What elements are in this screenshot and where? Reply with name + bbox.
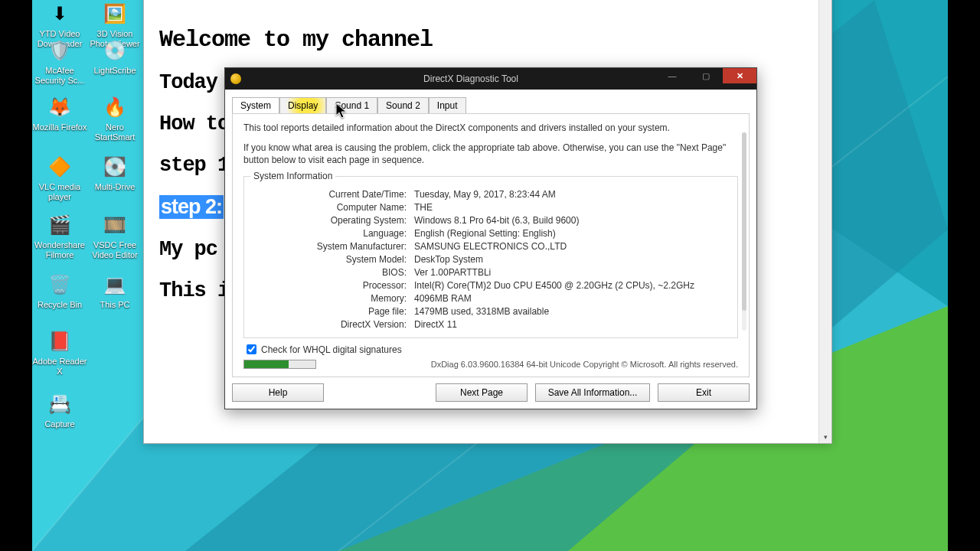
desktop-icon[interactable]: 💽Multi-Drive: [87, 153, 142, 192]
sysinfo-value: Windows 8.1 Pro 64-bit (6.3, Build 9600): [414, 215, 728, 226]
tab-sound1[interactable]: Sound 1: [326, 97, 377, 114]
sysinfo-value: 4096MB RAM: [414, 293, 728, 304]
progress-bar: [243, 360, 316, 369]
notepad-scrollbar[interactable]: ▾: [818, 0, 831, 443]
sysinfo-key: System Model:: [253, 254, 407, 265]
whql-checkbox[interactable]: [247, 344, 256, 354]
sysinfo-key: Memory:: [253, 293, 407, 304]
tab-strip: System Display Sound 1 Sound 2 Input: [232, 96, 750, 114]
save-all-button[interactable]: Save All Information...: [535, 383, 650, 402]
sysinfo-value: DeskTop System: [414, 254, 728, 265]
sysinfo-value: SAMSUNG ELECTRONICS CO.,LTD: [414, 241, 728, 252]
tab-input[interactable]: Input: [429, 97, 466, 114]
desktop-icon[interactable]: 🎞️VSDC Free Video Editor: [87, 211, 142, 259]
desktop-icon[interactable]: 💻This PC: [87, 271, 142, 310]
next-page-button[interactable]: Next Page: [436, 383, 528, 402]
desktop-icon[interactable]: 📕Adobe Reader X: [32, 328, 87, 376]
notepad-line: Welcome to my channel: [159, 27, 810, 53]
copyright-text: DxDiag 6.03.9600.16384 64-bit Unicode Co…: [431, 360, 738, 369]
sysinfo-value: Intel(R) Core(TM)2 Duo CPU E4500 @ 2.20G…: [414, 280, 728, 291]
sysinfo-value: Tuesday, May 9, 2017, 8:23:44 AM: [414, 189, 728, 200]
sysinfo-key: DirectX Version:: [253, 319, 407, 330]
whql-checkbox-row[interactable]: Check for WHQL digital signatures: [247, 344, 738, 355]
maximize-button[interactable]: ▢: [689, 68, 723, 83]
panel-scrollbar[interactable]: [742, 132, 746, 331]
sysinfo-key: BIOS:: [253, 267, 407, 278]
app-icon: [225, 73, 247, 84]
desktop-icon[interactable]: 🔥Nero StartSmart: [87, 93, 142, 142]
desktop-icon[interactable]: 🗑️Recycle Bin: [32, 271, 87, 310]
tab-sound2[interactable]: Sound 2: [377, 97, 429, 114]
tab-panel: This tool reports detailed information a…: [232, 113, 750, 377]
sysinfo-key: Current Date/Time:: [253, 189, 407, 200]
sysinfo-value: Ver 1.00PARTTBLi: [414, 267, 728, 278]
desktop-icon[interactable]: 🎬Wondershare Filmore: [32, 211, 87, 259]
whql-label: Check for WHQL digital signatures: [261, 344, 402, 355]
sysinfo-value: English (Regional Setting: English): [414, 228, 728, 239]
dxdiag-window[interactable]: DirectX Diagnostic Tool — ▢ ✕ System Dis…: [224, 67, 757, 409]
sysinfo-key: Operating System:: [253, 215, 407, 226]
intro-text: If you know what area is causing the pro…: [243, 142, 738, 166]
minimize-button[interactable]: —: [655, 68, 689, 83]
sysinfo-key: System Manufacturer:: [253, 241, 407, 252]
tab-system[interactable]: System: [232, 97, 279, 114]
desktop-icon[interactable]: 🦊Mozilla Firefox: [32, 93, 87, 132]
desktop-icon[interactable]: 🔶VLC media player: [32, 153, 87, 201]
dialog-footer: Help Next Page Save All Information... E…: [232, 383, 750, 402]
sysinfo-key: Processor:: [253, 280, 407, 291]
desktop-icon[interactable]: 📇Capture: [32, 390, 87, 429]
help-button[interactable]: Help: [232, 383, 324, 402]
titlebar[interactable]: DirectX Diagnostic Tool — ▢ ✕: [225, 68, 756, 90]
sysinfo-value: 1479MB used, 3318MB available: [414, 306, 728, 317]
desktop-icon[interactable]: 🛡️McAfee Security Sc...: [32, 37, 87, 85]
tab-display[interactable]: Display: [279, 97, 326, 114]
sysinfo-key: Computer Name:: [253, 202, 407, 213]
group-legend: System Information: [250, 171, 335, 181]
intro-text: This tool reports detailed information a…: [243, 122, 738, 134]
system-info-group: System Information Current Date/Time:Tue…: [243, 176, 738, 338]
exit-button[interactable]: Exit: [658, 383, 750, 402]
sysinfo-value: DirectX 11: [414, 319, 728, 330]
sysinfo-key: Page file:: [253, 306, 407, 317]
scroll-down-icon[interactable]: ▾: [819, 430, 831, 443]
sysinfo-value: THE: [414, 202, 728, 213]
desktop-icon[interactable]: 💿LightScribe: [87, 37, 142, 76]
close-button[interactable]: ✕: [723, 68, 756, 83]
sysinfo-key: Language:: [253, 228, 407, 239]
